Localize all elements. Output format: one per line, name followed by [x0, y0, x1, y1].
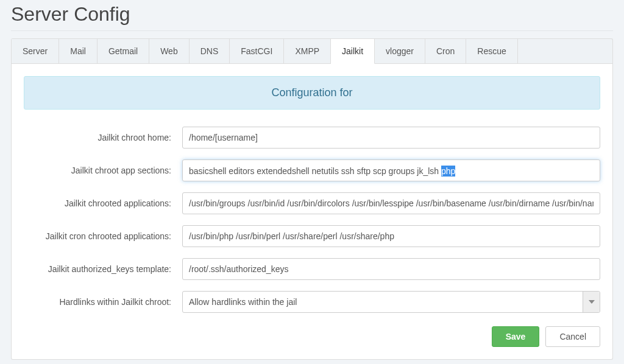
tab-xmpp[interactable]: XMPP [284, 39, 331, 64]
tab-bar: Server Mail Getmail Web DNS FastCGI XMPP… [11, 38, 613, 64]
tab-mail[interactable]: Mail [59, 39, 98, 64]
tab-jailkit[interactable]: Jailkit [331, 39, 375, 64]
label-cron-chrooted: Jailkit cron chrooted applications: [24, 231, 182, 241]
select-hardlinks[interactable]: Allow hardlinks within the jail [182, 291, 600, 313]
actions: Save Cancel [24, 326, 600, 347]
input-cron-chrooted[interactable] [182, 225, 600, 247]
panel: Configuration for Jailkit chroot home: J… [11, 64, 613, 360]
select-hardlinks-value: Allow hardlinks within the jail [183, 292, 583, 312]
app-sections-selection: php [441, 166, 455, 177]
label-chroot-home: Jailkit chroot home: [24, 133, 182, 142]
tab-fastcgi[interactable]: FastCGI [230, 39, 284, 64]
input-chrooted-apps[interactable] [182, 192, 600, 214]
label-chrooted-apps: Jailkit chrooted applications: [24, 198, 182, 208]
input-chroot-home[interactable] [182, 127, 600, 149]
input-auth-keys[interactable] [182, 258, 600, 280]
save-button[interactable]: Save [492, 326, 540, 347]
label-app-sections: Jailkit chroot app sections: [24, 166, 182, 175]
config-banner: Configuration for [24, 76, 600, 110]
tab-dns[interactable]: DNS [190, 39, 230, 64]
tab-rescue[interactable]: Rescue [466, 39, 517, 64]
app-sections-text: basicshell editors extendedshell netutil… [189, 166, 441, 176]
chevron-down-icon [583, 292, 600, 312]
input-app-sections[interactable]: basicshell editors extendedshell netutil… [182, 159, 600, 181]
label-auth-keys: Jailkit authorized_keys template: [24, 264, 182, 274]
tab-cron[interactable]: Cron [425, 39, 466, 64]
cancel-button[interactable]: Cancel [545, 326, 600, 347]
tab-server[interactable]: Server [12, 39, 59, 64]
tab-vlogger[interactable]: vlogger [375, 39, 425, 64]
page-title: Server Config [11, 3, 613, 31]
tab-getmail[interactable]: Getmail [98, 39, 149, 64]
tabs-filler [518, 39, 612, 64]
label-hardlinks: Hardlinks within Jailkit chroot: [24, 297, 182, 307]
tab-web[interactable]: Web [149, 39, 190, 64]
